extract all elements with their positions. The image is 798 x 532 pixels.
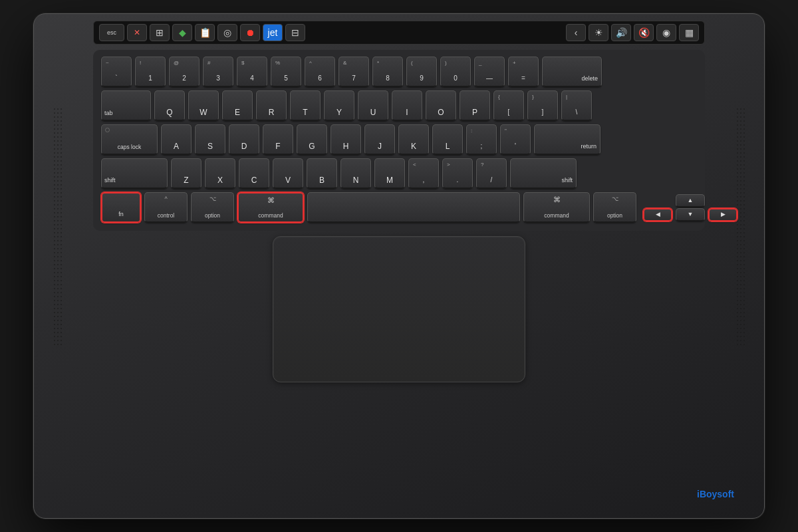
arrow-bottom-row: ◀ ▼ ▶ [643, 208, 737, 221]
key-bracket-r[interactable]: }] [527, 90, 558, 121]
key-n[interactable]: N [340, 158, 371, 189]
tb-notes-button[interactable]: 📋 [195, 24, 215, 41]
key-bracket-l[interactable]: {[ [493, 90, 524, 121]
tb-back-icon: ‹ [575, 27, 578, 38]
key-fn[interactable]: fn [101, 192, 141, 223]
key-k[interactable]: K [398, 124, 429, 155]
tb-siri-button[interactable]: ◉ [656, 24, 676, 41]
tb-diamond-icon: ◆ [179, 27, 186, 38]
key-3[interactable]: #3 [203, 57, 233, 87]
speaker-left: // Will be rendered by JS [39, 27, 76, 426]
touch-bar: esc ✕ ⊞ ◆ 📋 ◎ ⏺ jet ⊟ ‹ ☀ [93, 21, 705, 45]
key-o[interactable]: O [426, 90, 456, 121]
key-z[interactable]: Z [171, 158, 201, 189]
key-r[interactable]: R [256, 90, 287, 121]
keyboard: ~` !1 @2 #3 $4 %5 ^6 &7 *8 (9 )0 _— += d… [93, 50, 705, 231]
tb-flower-button[interactable]: ◎ [217, 24, 237, 41]
key-slash[interactable]: ?/ [476, 158, 507, 189]
key-command-r[interactable]: ⌘ command [523, 192, 590, 223]
tb-mute-icon: 🔇 [638, 27, 650, 38]
key-9[interactable]: (9 [406, 57, 437, 87]
key-l[interactable]: L [432, 124, 463, 155]
key-arrow-left[interactable]: ◀ [643, 208, 672, 221]
key-arrow-up[interactable]: ▲ [676, 194, 705, 207]
key-y[interactable]: Y [324, 90, 354, 121]
number-row: ~` !1 @2 #3 $4 %5 ^6 &7 *8 (9 )0 _— += d… [101, 57, 697, 87]
tb-esc-key[interactable]: esc [99, 24, 124, 41]
key-command-l[interactable]: ⌘ command [237, 192, 304, 223]
key-e[interactable]: E [222, 90, 253, 121]
key-c[interactable]: C [239, 158, 269, 189]
key-1[interactable]: !1 [135, 57, 166, 87]
tb-brightness-button[interactable]: ☀ [589, 24, 608, 41]
key-q[interactable]: Q [154, 90, 185, 121]
key-u[interactable]: U [358, 90, 388, 121]
key-p[interactable]: P [460, 90, 490, 121]
tb-record-button[interactable]: ⏺ [240, 24, 260, 41]
key-4[interactable]: $4 [237, 57, 267, 87]
tb-flower-icon: ◎ [223, 27, 231, 38]
key-quote[interactable]: "' [500, 124, 531, 155]
key-g[interactable]: G [297, 124, 327, 155]
key-control[interactable]: ^ control [144, 192, 188, 223]
key-arrow-down[interactable]: ▼ [676, 208, 705, 221]
key-arrow-right[interactable]: ▶ [708, 208, 737, 221]
tb-extra-icon: ▦ [685, 27, 694, 38]
tb-grid2-button[interactable]: ⊟ [285, 24, 305, 41]
key-s[interactable]: S [195, 124, 225, 155]
key-comma[interactable]: <, [408, 158, 439, 189]
watermark-brand: Boysoft [700, 489, 734, 499]
key-capslock[interactable]: caps lock [101, 124, 158, 155]
key-shift-l[interactable]: shift [101, 158, 168, 189]
tb-close-button[interactable]: ✕ [127, 24, 147, 41]
trackpad-area [93, 236, 705, 382]
key-backslash[interactable]: |\ [561, 90, 592, 121]
key-d[interactable]: D [229, 124, 259, 155]
zxcv-row: shift Z X C V B N M <, >. ?/ shift [101, 158, 697, 189]
tb-brightness-icon: ☀ [595, 27, 603, 38]
key-8[interactable]: *8 [372, 57, 403, 87]
key-h[interactable]: H [331, 124, 361, 155]
key-semicolon[interactable]: :; [466, 124, 497, 155]
qwerty-row: tab Q W E R T Y U I O P {[ }] |\ [101, 90, 697, 121]
key-a[interactable]: A [161, 124, 192, 155]
key-f[interactable]: F [263, 124, 293, 155]
key-t[interactable]: T [290, 90, 321, 121]
tb-grid-button[interactable]: ⊞ [150, 24, 170, 41]
key-m[interactable]: M [374, 158, 405, 189]
tb-close-icon: ✕ [134, 28, 140, 37]
key-7[interactable]: &7 [338, 57, 369, 87]
tb-back-button[interactable]: ‹ [566, 24, 586, 41]
key-j[interactable]: J [364, 124, 395, 155]
key-shift-r[interactable]: shift [510, 158, 577, 189]
trackpad[interactable] [273, 236, 525, 382]
key-6[interactable]: ^6 [305, 57, 335, 87]
laptop-body: // Will be rendered by JS esc ✕ ⊞ ◆ 📋 ◎ … [33, 13, 765, 519]
key-w[interactable]: W [188, 90, 219, 121]
tb-record-icon: ⏺ [245, 27, 255, 38]
key-return[interactable]: return [534, 124, 600, 155]
key-minus[interactable]: _— [474, 57, 505, 87]
tb-grid-icon: ⊞ [156, 27, 164, 38]
tb-volume-button[interactable]: 🔊 [611, 24, 631, 41]
key-delete[interactable]: delete [542, 57, 602, 87]
key-option-l[interactable]: ⌥ option [191, 192, 234, 223]
tb-diamond-button[interactable]: ◆ [172, 24, 192, 41]
key-2[interactable]: @2 [169, 57, 200, 87]
tb-jet-label: jet [268, 27, 278, 38]
key-equals[interactable]: += [508, 57, 539, 87]
key-b[interactable]: B [307, 158, 337, 189]
key-backtick[interactable]: ~` [101, 57, 132, 87]
key-tab[interactable]: tab [101, 90, 151, 121]
key-v[interactable]: V [273, 158, 303, 189]
key-period[interactable]: >. [442, 158, 473, 189]
key-space[interactable] [307, 192, 520, 223]
key-i[interactable]: I [392, 90, 422, 121]
tb-jet-button[interactable]: jet [263, 24, 283, 41]
key-0[interactable]: )0 [440, 57, 471, 87]
key-5[interactable]: %5 [271, 57, 301, 87]
tb-extra-button[interactable]: ▦ [679, 24, 699, 41]
key-x[interactable]: X [205, 158, 235, 189]
key-option-r[interactable]: ⌥ option [593, 192, 636, 223]
tb-mute-button[interactable]: 🔇 [634, 24, 654, 41]
